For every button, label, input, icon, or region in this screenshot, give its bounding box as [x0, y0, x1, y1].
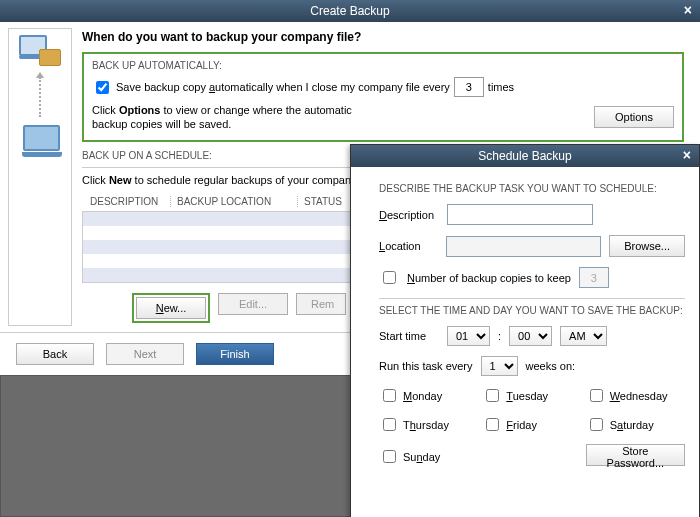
- select-time-heading: SELECT THE TIME AND DAY YOU WANT TO SAVE…: [379, 305, 685, 316]
- description-input[interactable]: [447, 204, 593, 225]
- run-every-suffix: weeks on:: [526, 360, 576, 372]
- thursday-label: Thursday: [403, 419, 449, 431]
- friday-label: Friday: [506, 419, 537, 431]
- thursday-checkbox[interactable]: [383, 418, 396, 431]
- sunday-checkbox[interactable]: [383, 450, 396, 463]
- create-backup-title: Create Backup: [310, 4, 389, 18]
- schedule-backup-titlebar: Schedule Backup ×: [351, 145, 699, 167]
- days-grid: Monday Tuesday Wednesday Thursday Friday…: [379, 386, 685, 469]
- location-label: Location: [379, 240, 438, 252]
- backup-auto-section: BACK UP AUTOMATICALLY: Save backup copy …: [82, 52, 684, 142]
- weeks-select[interactable]: 1: [481, 356, 518, 376]
- times-suffix: times: [488, 81, 514, 93]
- computer-icon: [23, 125, 58, 155]
- tuesday-label: Tuesday: [506, 390, 548, 402]
- options-button[interactable]: Options: [594, 106, 674, 128]
- back-button[interactable]: Back: [16, 343, 94, 365]
- computer-folder-icon: [19, 35, 61, 69]
- close-icon[interactable]: ×: [683, 147, 691, 163]
- save-backup-text: Save backup copy automatically when I cl…: [116, 81, 450, 93]
- wednesday-label: Wednesday: [610, 390, 668, 402]
- sunday-label: Sunday: [403, 451, 440, 463]
- saturday-label: Saturday: [610, 419, 654, 431]
- saturday-checkbox[interactable]: [590, 418, 603, 431]
- schedule-backup-dialog: Schedule Backup × DESCRIBE THE BACKUP TA…: [350, 144, 700, 517]
- minute-select[interactable]: 00: [509, 326, 552, 346]
- close-icon[interactable]: ×: [684, 2, 692, 18]
- wizard-sidebar: [8, 28, 72, 326]
- save-backup-checkbox[interactable]: [96, 81, 109, 94]
- describe-heading: DESCRIBE THE BACKUP TASK YOU WANT TO SCH…: [379, 183, 685, 194]
- store-password-button[interactable]: Store Password...: [586, 444, 685, 466]
- start-time-label: Start time: [379, 330, 439, 342]
- ampm-select[interactable]: AM: [560, 326, 607, 346]
- hour-select[interactable]: 01: [447, 326, 490, 346]
- next-button[interactable]: Next: [106, 343, 184, 365]
- monday-label: Monday: [403, 390, 442, 402]
- backup-auto-label: BACK UP AUTOMATICALLY:: [92, 60, 674, 71]
- arrow-up-icon: [39, 77, 41, 117]
- schedule-backup-title: Schedule Backup: [478, 149, 571, 163]
- description-label: Description: [379, 209, 439, 221]
- new-button[interactable]: New...: [136, 297, 206, 319]
- location-input[interactable]: [446, 236, 601, 257]
- browse-button[interactable]: Browse...: [609, 235, 685, 257]
- edit-button[interactable]: Edit...: [218, 293, 288, 315]
- tuesday-checkbox[interactable]: [486, 389, 499, 402]
- numcopies-label: Number of backup copies to keep: [407, 272, 571, 284]
- run-every-prefix: Run this task every: [379, 360, 473, 372]
- options-hint: Click Options to view or change where th…: [92, 103, 352, 132]
- remove-button[interactable]: Rem: [296, 293, 346, 315]
- monday-checkbox[interactable]: [383, 389, 396, 402]
- page-heading: When do you want to backup your company …: [82, 30, 684, 44]
- wednesday-checkbox[interactable]: [590, 389, 603, 402]
- col-description: DESCRIPTION: [90, 196, 170, 207]
- friday-checkbox[interactable]: [486, 418, 499, 431]
- finish-button[interactable]: Finish: [196, 343, 274, 365]
- new-button-highlight: New...: [132, 293, 210, 323]
- create-backup-titlebar: Create Backup ×: [0, 0, 700, 22]
- numcopies-input[interactable]: [579, 267, 609, 288]
- time-colon: :: [498, 330, 501, 342]
- numcopies-checkbox[interactable]: [383, 271, 396, 284]
- col-location: BACKUP LOCATION: [170, 196, 297, 207]
- times-input[interactable]: [454, 77, 484, 97]
